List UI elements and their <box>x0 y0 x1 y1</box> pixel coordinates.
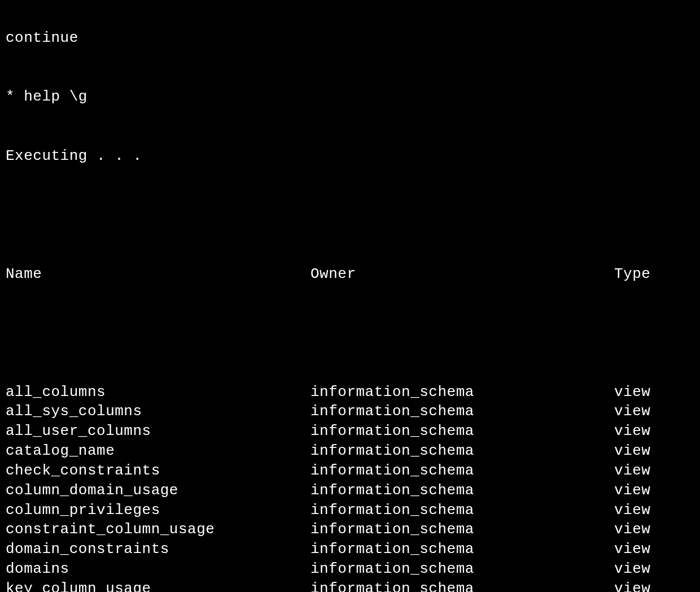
cell-owner: information_schema <box>310 539 614 559</box>
table-header-row: Name Owner Type <box>6 264 694 284</box>
cell-owner: information_schema <box>310 579 614 592</box>
table-row: constraint_column_usageinformation_schem… <box>6 520 694 539</box>
table-row: key_column_usageinformation_schemaview <box>6 579 694 592</box>
cell-owner: information_schema <box>310 520 614 539</box>
cell-name: column_domain_usage <box>6 481 310 500</box>
cell-owner: information_schema <box>310 402 614 421</box>
table-row: domainsinformation_schemaview <box>6 559 694 579</box>
table-row: catalog_nameinformation_schemaview <box>6 441 694 461</box>
header-type: Type <box>614 264 694 284</box>
cell-name: all_sys_columns <box>6 402 310 421</box>
cell-name: constraint_column_usage <box>6 520 310 539</box>
cell-owner: information_schema <box>310 441 614 461</box>
cell-name: key_column_usage <box>6 579 310 592</box>
cell-type: view <box>614 382 694 402</box>
cell-owner: information_schema <box>310 500 614 520</box>
header-owner: Owner <box>310 264 614 284</box>
cell-name: domains <box>6 559 310 579</box>
help-command: * help \g <box>6 87 694 107</box>
terminal-output[interactable]: continue * help \g Executing . . . Name … <box>6 0 694 592</box>
cell-name: all_user_columns <box>6 421 310 441</box>
cell-name: check_constraints <box>6 461 310 481</box>
cell-owner: information_schema <box>310 421 614 441</box>
blank-line <box>6 323 694 343</box>
cell-type: view <box>614 539 694 559</box>
table-body: all_columnsinformation_schemaviewall_sys… <box>6 382 694 592</box>
cell-type: view <box>614 402 694 421</box>
cell-type: view <box>614 421 694 441</box>
executing-status: Executing . . . <box>6 146 694 166</box>
header-name: Name <box>6 264 310 284</box>
cell-name: column_privileges <box>6 500 310 520</box>
table-row: all_user_columnsinformation_schemaview <box>6 421 694 441</box>
table-row: all_columnsinformation_schemaview <box>6 382 694 402</box>
cell-type: view <box>614 579 694 592</box>
blank-line <box>6 205 694 225</box>
cell-type: view <box>614 520 694 539</box>
cell-type: view <box>614 559 694 579</box>
cell-owner: information_schema <box>310 382 614 402</box>
cell-name: domain_constraints <box>6 539 310 559</box>
table-row: column_privilegesinformation_schemaview <box>6 500 694 520</box>
cell-type: view <box>614 500 694 520</box>
cell-owner: information_schema <box>310 559 614 579</box>
cell-type: view <box>614 461 694 481</box>
partial-line: continue <box>6 28 694 48</box>
table-row: domain_constraintsinformation_schemaview <box>6 539 694 559</box>
cell-owner: information_schema <box>310 461 614 481</box>
table-row: column_domain_usageinformation_schemavie… <box>6 481 694 500</box>
cell-type: view <box>614 481 694 500</box>
cell-owner: information_schema <box>310 481 614 500</box>
cell-type: view <box>614 441 694 461</box>
cell-name: catalog_name <box>6 441 310 461</box>
table-row: check_constraintsinformation_schemaview <box>6 461 694 481</box>
cell-name: all_columns <box>6 382 310 402</box>
table-row: all_sys_columnsinformation_schemaview <box>6 402 694 421</box>
